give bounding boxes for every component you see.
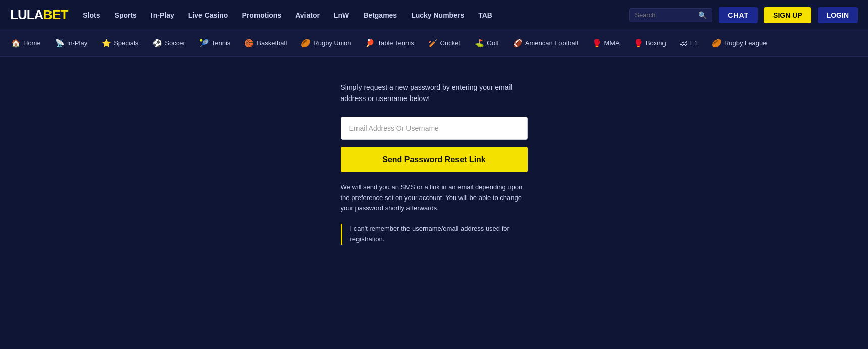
cricket-icon: 🏏 bbox=[428, 39, 438, 48]
logo-lula: LULA bbox=[10, 7, 43, 22]
nav-slots[interactable]: Slots bbox=[83, 11, 100, 19]
sport-cricket-label: Cricket bbox=[440, 39, 461, 47]
logo-bet: BET bbox=[43, 7, 68, 22]
specials-icon: ⭐ bbox=[101, 39, 111, 48]
sport-golf-label: Golf bbox=[487, 39, 499, 47]
american-football-icon: 🏈 bbox=[513, 39, 523, 48]
sport-golf[interactable]: ⛳ Golf bbox=[469, 35, 505, 52]
search-box[interactable]: 🔍 bbox=[629, 8, 712, 22]
sport-american-football[interactable]: 🏈 American Football bbox=[507, 35, 584, 52]
sport-tennis-label: Tennis bbox=[212, 39, 231, 47]
nav-lucky-numbers[interactable]: Lucky Numbers bbox=[411, 11, 464, 19]
sport-rugby-union-label: Rugby Union bbox=[313, 39, 351, 47]
mma-icon: 🥊 bbox=[592, 39, 602, 48]
email-username-input[interactable] bbox=[341, 117, 528, 140]
sport-home-label: Home bbox=[23, 39, 41, 47]
sport-american-football-label: American Football bbox=[525, 39, 578, 47]
search-input[interactable] bbox=[635, 11, 695, 19]
sport-mma[interactable]: 🥊 MMA bbox=[586, 35, 626, 52]
signup-button[interactable]: SIGN UP bbox=[764, 7, 811, 23]
nav-betgames[interactable]: Betgames bbox=[363, 11, 397, 19]
golf-icon: ⛳ bbox=[475, 39, 484, 48]
sport-inplay-label: In-Play bbox=[67, 39, 87, 47]
sport-basketball-label: Basketball bbox=[257, 39, 287, 47]
chat-button[interactable]: CHAT bbox=[719, 7, 758, 23]
sport-soccer-label: Soccer bbox=[165, 39, 185, 47]
sport-home[interactable]: 🏠 Home bbox=[5, 35, 47, 52]
inplay-icon: 📡 bbox=[55, 39, 65, 48]
sport-table-tennis-label: Table Tennis bbox=[377, 39, 414, 47]
logo[interactable]: LULABET bbox=[10, 7, 68, 23]
soccer-icon: ⚽ bbox=[152, 39, 162, 48]
sports-nav-items: 🏠 Home 📡 In-Play ⭐ Specials ⚽ Soccer 🎾 T… bbox=[5, 35, 773, 52]
sport-soccer[interactable]: ⚽ Soccer bbox=[146, 35, 191, 52]
sport-cricket[interactable]: 🏏 Cricket bbox=[422, 35, 467, 52]
reset-form-container: Simply request a new password by enterin… bbox=[341, 82, 528, 245]
tennis-icon: 🎾 bbox=[199, 39, 209, 48]
nav-lnw[interactable]: LnW bbox=[334, 11, 349, 19]
send-reset-button[interactable]: Send Password Reset Link bbox=[341, 147, 528, 172]
top-navigation: LULABET Slots Sports In-Play Live Casino… bbox=[0, 0, 868, 30]
reset-description: Simply request a new password by enterin… bbox=[341, 82, 528, 105]
home-icon: 🏠 bbox=[11, 39, 21, 48]
nav-promotions[interactable]: Promotions bbox=[242, 11, 281, 19]
nav-aviator[interactable]: Aviator bbox=[295, 11, 320, 19]
sms-notice: We will send you an SMS or a link in an … bbox=[341, 182, 528, 214]
sport-tennis[interactable]: 🎾 Tennis bbox=[193, 35, 237, 52]
sport-f1[interactable]: 🏎 F1 bbox=[674, 35, 704, 52]
sport-specials[interactable]: ⭐ Specials bbox=[95, 35, 144, 52]
main-content: Simply request a new password by enterin… bbox=[0, 57, 868, 270]
sport-specials-label: Specials bbox=[114, 39, 138, 47]
sports-navigation: 🏠 Home 📡 In-Play ⭐ Specials ⚽ Soccer 🎾 T… bbox=[0, 30, 868, 57]
search-icon: 🔍 bbox=[698, 11, 707, 19]
sport-mma-label: MMA bbox=[604, 39, 620, 47]
nav-sports[interactable]: Sports bbox=[115, 11, 137, 19]
sport-boxing-label: Boxing bbox=[646, 39, 666, 47]
sport-rugby-league-label: Rugby League bbox=[724, 39, 767, 47]
sport-inplay[interactable]: 📡 In-Play bbox=[49, 35, 93, 52]
rugby-league-icon: 🏉 bbox=[712, 39, 722, 48]
table-tennis-icon: 🏓 bbox=[365, 39, 375, 48]
nav-tab[interactable]: TAB bbox=[478, 11, 492, 19]
f1-icon: 🏎 bbox=[680, 39, 688, 47]
sport-basketball[interactable]: 🏀 Basketball bbox=[238, 35, 293, 52]
nav-live-casino[interactable]: Live Casino bbox=[188, 11, 228, 19]
sport-f1-label: F1 bbox=[690, 39, 698, 47]
sport-table-tennis[interactable]: 🏓 Table Tennis bbox=[359, 35, 420, 52]
nav-right: 🔍 CHAT SIGN UP LOGIN bbox=[629, 7, 858, 23]
boxing-icon: 🥊 bbox=[634, 39, 643, 48]
basketball-icon: 🏀 bbox=[244, 39, 254, 48]
nav-inplay[interactable]: In-Play bbox=[151, 11, 174, 19]
sport-boxing[interactable]: 🥊 Boxing bbox=[628, 35, 672, 52]
sport-rugby-union[interactable]: 🏉 Rugby Union bbox=[295, 35, 357, 52]
login-button[interactable]: LOGIN bbox=[818, 7, 858, 23]
sport-rugby-league[interactable]: 🏉 Rugby League bbox=[706, 35, 773, 52]
main-nav: Slots Sports In-Play Live Casino Promoti… bbox=[83, 11, 629, 19]
rugby-union-icon: 🏉 bbox=[301, 39, 311, 48]
cant-remember-link[interactable]: I can't remember the username/email addr… bbox=[341, 224, 528, 245]
